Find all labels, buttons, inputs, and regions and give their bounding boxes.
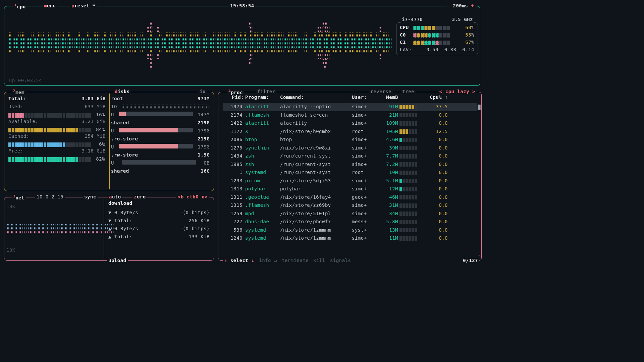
kill-button[interactable]: Kill bbox=[313, 257, 325, 264]
io-tab[interactable]: io bbox=[198, 88, 207, 95]
menu-tab[interactable]: menu bbox=[43, 3, 57, 9]
proc-footer: ↑ select ↓ info ↵ terminate Kill signals bbox=[223, 257, 477, 264]
proc-row[interactable]: 1293picom/nix/store/5djx53simo+5.1M0.0 bbox=[223, 177, 477, 185]
proc-header-row: Pid: Program: Command: User: MemB Cpu% ↑ bbox=[223, 94, 477, 101]
scroll-down-icon[interactable]: ↓ bbox=[478, 251, 481, 258]
plus-icon[interactable]: + bbox=[471, 3, 474, 8]
proc-panel: 4proc filter reverse tree < cpu lazy > P… bbox=[218, 92, 482, 261]
disks-list: root973MIO⣿⣿⣿⣿⣿⣿⣿⣿⣿⣿⣿⣿⣿⣿⣿⣿⣿⣿⣿⣿⣿⣿U147Msha… bbox=[111, 96, 210, 176]
proc-row[interactable]: 1313polybarpolybarsimo+12M0.0 bbox=[223, 185, 477, 193]
net-panel: 3net 10.0.2.15 sync auto zero <b eth0 n>… bbox=[4, 197, 214, 261]
net-ip: 10.0.2.15 bbox=[35, 194, 65, 200]
auto-toggle[interactable]: auto bbox=[108, 194, 122, 200]
net-stats: ▼ 0 Byte/s(0 bitps) ▼ Total:256 KiB ▲ 0 … bbox=[108, 203, 210, 242]
proc-row[interactable]: 1985zsh/run/current-systsimo+7.2M0.0 bbox=[223, 161, 477, 169]
proc-row[interactable]: 1434zsh/run/current-systsimo+7.7M0.0 bbox=[223, 152, 477, 161]
proc-row[interactable]: 1240systemd/nix/store/1zmmnmsimo+11M0.0 bbox=[223, 234, 477, 243]
cpu-graph: ⣿ ⣿ ⣿⣿ ⣿⣿ ⣿ ⣿ ⣿⣿⣿⣿ ⣿ ⣿ ⣿⣿ ⣿ ⣿⣿ ⣿ ⣿⣿ bbox=[8, 16, 393, 75]
clock: 19:58:54 bbox=[229, 3, 255, 9]
preset-tab[interactable]: preset * bbox=[70, 3, 97, 9]
uptime: up 00:03:54 bbox=[9, 77, 42, 84]
up-arrow-icon: ▲ bbox=[108, 226, 114, 231]
up-arrow-icon: ↑ bbox=[224, 258, 230, 263]
disks-tab[interactable]: disks bbox=[113, 88, 131, 95]
net-graph: 10K ⣿⣿⣿⣿⣿⣿⣿⣿⣿⣿⣿⣿⣿⣿⣿⣿⣿⣿⣿⣿⣿⣿⣿⣿⣿⣿⣿⣿ ⣿⣿⣿⣿⣿⣿⣿… bbox=[6, 203, 99, 253]
mem-tab[interactable]: 2mem bbox=[12, 88, 26, 96]
zero-toggle[interactable]: zero bbox=[132, 194, 147, 200]
cpu-core-row: C167% bbox=[400, 39, 474, 46]
mem-panel: 2mem disks io Total:3.83 GiB Used:633 Mi… bbox=[4, 92, 214, 191]
load-average: LAV: 0.50 0.33 0.14 bbox=[400, 46, 474, 54]
proc-row[interactable]: 1275syncthin/nix/store/c9w8xisimo+39M0.0 bbox=[223, 144, 477, 153]
mem-stats: Total:3.83 GiB Used:633 MiB 16% Availabl… bbox=[8, 96, 106, 163]
signals-button[interactable]: signals bbox=[330, 257, 351, 264]
proc-row[interactable]: 1974alacrittalacritty --optiosimo+91M37.… bbox=[223, 103, 477, 111]
minus-icon[interactable]: − bbox=[447, 3, 450, 8]
page-indicator: 0/127 bbox=[462, 257, 479, 264]
info-button[interactable]: info ↵ bbox=[259, 257, 277, 264]
iface-selector[interactable]: <b eth0 n> bbox=[176, 194, 209, 200]
sync-toggle[interactable]: sync bbox=[83, 194, 98, 200]
down-arrow-icon: ▼ bbox=[108, 210, 114, 215]
cpu-tab[interactable]: 1cpu bbox=[13, 3, 27, 10]
proc-row[interactable]: 1422alacrittalacrittysimo+109M0.0 bbox=[223, 119, 477, 128]
proc-list[interactable]: 1974alacrittalacritty --optiosimo+91M37.… bbox=[223, 103, 477, 243]
proc-row[interactable]: 1259mpd/nix/store/5101plsimo+34M0.0 bbox=[223, 210, 477, 218]
divider bbox=[109, 94, 110, 189]
cpu-panel: 1cpu menu preset * 19:58:54 − 200ms + ⣿ … bbox=[4, 6, 480, 86]
cpu-core-row: C055% bbox=[400, 32, 474, 39]
proc-row[interactable]: 2086btopbtopsimo+4.6M0.0 bbox=[223, 136, 477, 144]
proc-row[interactable]: 1systemd/run/current-systroot10M0.0 bbox=[223, 169, 477, 177]
net-tab[interactable]: 3net bbox=[12, 194, 26, 201]
terminate-button[interactable]: terminate bbox=[282, 257, 309, 264]
proc-row[interactable]: 1315.flamesh/nix/store/zz69bvsimo+31M0.0 bbox=[223, 201, 477, 210]
upload-label: upload bbox=[107, 257, 128, 264]
cpu-model: i7-47703.5 GHz bbox=[400, 16, 474, 23]
proc-row[interactable]: 727dbus-dae/nix/store/phgwf7mess+5.8M0.0 bbox=[223, 218, 477, 226]
cpu-stats-box: i7-47703.5 GHz CPU60%C055%C167% LAV: 0.5… bbox=[396, 22, 478, 55]
proc-row[interactable]: 1172X/nix/store/h0gmbxroot105M12.5 bbox=[223, 128, 477, 136]
proc-row[interactable]: 2174.flameshflameshot screensimo+21M0.0 bbox=[223, 111, 477, 120]
refresh-rate[interactable]: − 200ms + bbox=[446, 3, 475, 9]
proc-row[interactable]: 536systemd-/nix/store/1zmmnmsyst+13M0.0 bbox=[223, 226, 477, 235]
scrollbar-thumb[interactable]: █ bbox=[478, 104, 481, 111]
cpu-core-row: CPU60% bbox=[400, 24, 474, 32]
proc-row[interactable]: 1311.geoclue/nix/store/16fay4geoc+46M0.0 bbox=[223, 193, 477, 202]
